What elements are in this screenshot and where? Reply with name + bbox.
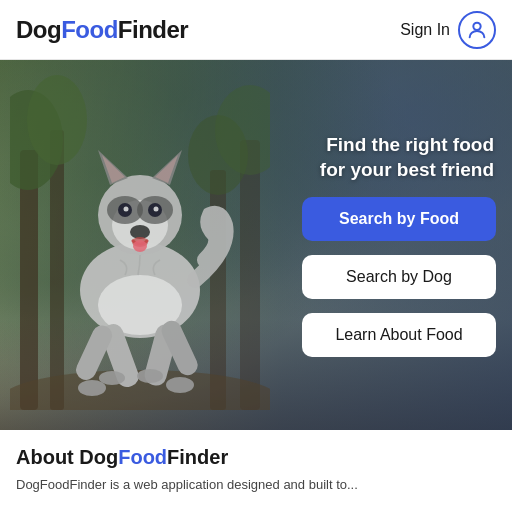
app-logo: DogFoodFinder [16, 16, 188, 44]
search-by-food-button[interactable]: Search by Food [302, 197, 496, 241]
hero-title: Find the right food for your best friend [302, 133, 494, 182]
svg-point-35 [137, 369, 163, 383]
hero-title-line1: Find the right food [326, 134, 494, 155]
about-section: About DogFoodFinder DogFoodFinder is a w… [0, 430, 512, 503]
svg-rect-5 [240, 140, 260, 410]
app-header: DogFoodFinder Sign In [0, 0, 512, 60]
learn-about-food-button[interactable]: Learn About Food [302, 313, 496, 357]
svg-point-7 [27, 75, 87, 165]
user-avatar-icon[interactable] [458, 11, 496, 49]
svg-point-31 [166, 377, 194, 393]
svg-point-33 [99, 371, 125, 385]
about-logo-dog: Dog [79, 446, 118, 468]
svg-point-21 [130, 225, 150, 239]
svg-point-23 [133, 240, 147, 252]
about-title: About DogFoodFinder [16, 446, 496, 469]
header-right: Sign In [400, 11, 496, 49]
svg-point-20 [154, 207, 159, 212]
hero-title-line2: for your best friend [320, 159, 494, 180]
logo-dog: Dog [16, 16, 61, 43]
sign-in-label[interactable]: Sign In [400, 21, 450, 39]
svg-point-0 [473, 22, 480, 29]
svg-point-29 [78, 380, 106, 396]
logo-food: Food [61, 16, 118, 43]
logo-finder: Finder [118, 16, 188, 43]
dog-image [10, 70, 270, 410]
about-logo-food: Food [118, 446, 167, 468]
svg-point-19 [124, 207, 129, 212]
search-by-dog-button[interactable]: Search by Dog [302, 255, 496, 299]
hero-content: Find the right food for your best friend… [292, 60, 512, 430]
about-logo-finder: Finder [167, 446, 228, 468]
about-body: DogFoodFinder is a web application desig… [16, 475, 496, 495]
hero-section: Find the right food for your best friend… [0, 60, 512, 430]
